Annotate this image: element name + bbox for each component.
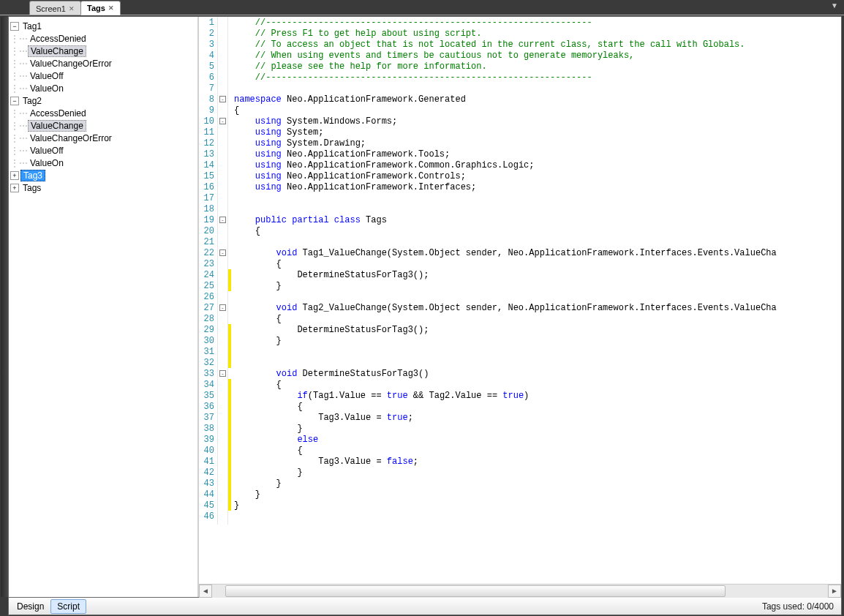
tree-node-valueoff[interactable]: ⋮⋯ValueOff — [10, 70, 197, 82]
expand-icon[interactable]: + — [10, 184, 19, 192]
tree-label: AccessDenied — [28, 34, 88, 44]
tree-label: ValueOn — [28, 83, 66, 94]
tab-screen1[interactable]: Screen1 ✕ — [29, 1, 81, 15]
fold-toggle[interactable]: - — [219, 217, 226, 223]
tree-node-tags[interactable]: + Tags — [10, 181, 197, 194]
tree-label: Tag3 — [20, 170, 45, 181]
collapse-icon[interactable]: − — [10, 97, 19, 105]
tree-label: ValueChangeOrError — [28, 133, 114, 143]
tree-label: ValueChange — [28, 45, 86, 57]
mode-script[interactable]: Script — [50, 599, 86, 614]
tree-label: ValueChange — [28, 120, 86, 132]
code-text[interactable]: //--------------------------------------… — [231, 17, 777, 525]
fold-toggle[interactable]: - — [219, 304, 226, 311]
tree-node-valueoff[interactable]: ⋮⋯ValueOff — [10, 144, 197, 157]
document-tab-strip: Screen1 ✕ Tags ✕ ▼ — [0, 0, 844, 15]
fold-toggle[interactable]: - — [219, 370, 226, 377]
mode-label: Script — [57, 601, 80, 612]
close-icon[interactable]: ✕ — [108, 4, 114, 12]
tree-label: Tag1 — [20, 21, 44, 31]
close-icon[interactable]: ✕ — [69, 5, 75, 12]
fold-toggle[interactable]: - — [219, 118, 226, 124]
tree-label: ValueOn — [28, 158, 66, 168]
scroll-left-icon[interactable]: ◄ — [199, 585, 212, 598]
tab-label: Screen1 — [36, 4, 66, 13]
code-scroll[interactable]: 1234567891011121314151617181920212223242… — [199, 17, 841, 584]
fold-toggle[interactable]: - — [219, 96, 226, 102]
tree-node-valueon[interactable]: ⋮⋯ValueOn — [10, 82, 197, 94]
work-area: − Tag1 ⋮⋯AccessDenied ⋮⋯ValueChange ⋮⋯Va… — [8, 16, 842, 598]
code-editor[interactable]: 1234567891011121314151617181920212223242… — [199, 17, 841, 597]
mode-tabs: Design Script — [9, 598, 86, 615]
scroll-thumb[interactable] — [225, 585, 726, 597]
line-number-gutter: 1234567891011121314151617181920212223242… — [199, 17, 218, 525]
fold-toggle[interactable]: - — [219, 249, 226, 256]
app-root: Screen1 ✕ Tags ✕ ▼ − Tag1 ⋮⋯AccessDenied… — [0, 0, 844, 616]
fold-gutter[interactable]: ------ — [218, 17, 228, 525]
tab-menu-icon[interactable]: ▼ — [831, 1, 838, 10]
tree-label: ValueOff — [28, 146, 66, 156]
tree-node-tag1[interactable]: − Tag1 — [10, 20, 197, 32]
tree-node-tag2[interactable]: − Tag2 — [10, 94, 197, 107]
tree-node-accessdenied[interactable]: ⋮⋯AccessDenied — [10, 32, 197, 45]
tree-label: ValueChangeOrError — [28, 59, 114, 69]
tab-tags[interactable]: Tags ✕ — [80, 1, 121, 15]
status-text: Tags used: 0/4000 — [762, 601, 841, 612]
bottom-bar: Design Script Tags used: 0/4000 — [8, 598, 842, 615]
tree-node-valuechangeorerror[interactable]: ⋮⋯ValueChangeOrError — [10, 132, 197, 144]
horizontal-scrollbar[interactable]: ◄ ► — [199, 584, 841, 597]
dock-rail — [1, 17, 8, 597]
expand-icon[interactable]: + — [10, 171, 19, 180]
tree-node-valuechange[interactable]: ⋮⋯ValueChange — [10, 119, 197, 132]
scroll-track[interactable] — [212, 585, 828, 598]
tree-node-valuechange[interactable]: ⋮⋯ValueChange — [10, 45, 197, 57]
tree-node-valueon[interactable]: ⋮⋯ValueOn — [10, 157, 197, 169]
tree-node-accessdenied[interactable]: ⋮⋯AccessDenied — [10, 107, 197, 119]
scroll-right-icon[interactable]: ► — [828, 585, 841, 598]
mode-design[interactable]: Design — [10, 599, 50, 614]
tree-node-tag3[interactable]: + Tag3 — [10, 169, 197, 181]
tree-label: Tag2 — [20, 96, 44, 106]
mode-label: Design — [17, 601, 44, 612]
object-tree[interactable]: − Tag1 ⋮⋯AccessDenied ⋮⋯ValueChange ⋮⋯Va… — [9, 17, 199, 597]
tree-label: ValueOff — [28, 71, 66, 81]
tree-label: Tags — [20, 183, 43, 193]
tab-label: Tags — [87, 4, 105, 12]
tree-label: AccessDenied — [28, 108, 88, 119]
tree-node-valuechangeorerror[interactable]: ⋮⋯ValueChangeOrError — [10, 57, 197, 70]
collapse-icon[interactable]: − — [10, 22, 19, 31]
